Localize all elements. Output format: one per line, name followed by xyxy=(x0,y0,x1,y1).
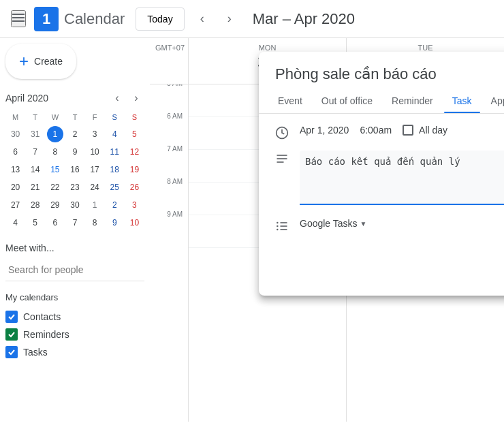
mini-cal-cell[interactable]: 29 xyxy=(47,197,63,213)
task-list-field: Google Tasks ▼ xyxy=(300,218,504,229)
description-row xyxy=(275,151,504,207)
tab-task[interactable]: Task xyxy=(444,89,480,113)
calendar-label-contacts: Contacts xyxy=(23,311,61,322)
svg-point-11 xyxy=(277,225,279,228)
tab-reminder[interactable]: Reminder xyxy=(383,89,441,113)
mini-cal-cell[interactable]: 31 xyxy=(27,126,44,142)
mini-next-btn[interactable]: › xyxy=(128,90,144,106)
allday-check: All day xyxy=(403,125,447,136)
mini-cal-cell[interactable]: 18 xyxy=(106,161,123,178)
mini-cal-cell[interactable]: 7 xyxy=(67,215,83,231)
mini-cal-cell[interactable]: 5 xyxy=(27,215,44,231)
mini-cal-cell[interactable]: 1 xyxy=(86,197,103,213)
mini-cal-cell[interactable]: 7 xyxy=(27,144,44,160)
next-arrow[interactable]: › xyxy=(217,7,242,31)
description-field-container xyxy=(300,151,504,207)
mini-cal-cell[interactable]: 17 xyxy=(86,161,103,178)
mini-cal-cell[interactable]: 20 xyxy=(7,179,24,195)
logo-number: 1 xyxy=(34,7,59,31)
calendar-item-contacts[interactable]: Contacts xyxy=(5,308,144,326)
svg-point-12 xyxy=(277,229,279,231)
mini-cal-cell[interactable]: 10 xyxy=(86,144,103,160)
calendar-check-reminders xyxy=(5,328,18,341)
mini-cal-title: April 2020 xyxy=(5,93,48,104)
mini-cal-grid: M T W T F S S 30 31 1 2 3 4 5 xyxy=(5,112,144,232)
app-logo: 1 Calendar xyxy=(34,7,125,31)
create-label: Create xyxy=(34,56,63,67)
task-list-row: Google Tasks ▼ xyxy=(275,218,504,233)
event-date[interactable]: Apr 1, 2020 xyxy=(300,125,349,136)
date-range: Mar – Apr 2020 xyxy=(253,10,355,28)
mini-cal-cell[interactable]: 26 xyxy=(126,179,142,195)
mini-cal-cell[interactable]: 4 xyxy=(106,126,123,142)
calendar-item-reminders[interactable]: Reminders xyxy=(5,326,144,343)
list-icon xyxy=(275,219,289,233)
mini-cal-cell[interactable]: 11 xyxy=(106,144,123,160)
mini-cal-cell[interactable]: 3 xyxy=(86,126,103,142)
task-list-selector[interactable]: Google Tasks ▼ xyxy=(300,218,504,229)
main-layout: + Create April 2020 ‹ › M T W T F S xyxy=(0,38,504,423)
mini-cal-cell[interactable]: 16 xyxy=(67,161,83,178)
mini-cal-cell[interactable]: 24 xyxy=(86,179,103,195)
prev-arrow[interactable]: ‹ xyxy=(190,7,215,31)
allday-checkbox[interactable] xyxy=(403,125,413,136)
dialog-body: Apr 1, 2020 6:00am All day xyxy=(259,114,504,255)
mini-cal-cell[interactable]: 30 xyxy=(67,197,83,213)
dropdown-arrow-icon: ▼ xyxy=(360,220,367,228)
mini-cal-cell[interactable]: 23 xyxy=(67,179,83,195)
mini-cal-cell[interactable]: 6 xyxy=(47,215,63,231)
mini-cal-cell[interactable]: 6 xyxy=(7,144,24,160)
dialog-tabs: Event Out of office Reminder Task Appoin… xyxy=(259,89,504,114)
calendar-item-tasks[interactable]: Tasks xyxy=(5,343,144,361)
mini-cal-cell[interactable]: 3 xyxy=(126,197,142,213)
mini-cal-cell[interactable]: 13 xyxy=(7,161,24,178)
description-input[interactable] xyxy=(300,151,504,205)
top-bar: 1 Calendar Today ‹ › Mar – Apr 2020 xyxy=(0,0,504,38)
mini-cal-cell[interactable]: 9 xyxy=(67,144,83,160)
tab-out-of-office[interactable]: Out of office xyxy=(313,89,381,113)
event-time[interactable]: 6:00am xyxy=(360,125,392,136)
mini-cal-cell[interactable]: 9 xyxy=(106,215,123,231)
mini-cal-cell[interactable]: 2 xyxy=(67,126,83,142)
mini-cal-cell[interactable]: 5 xyxy=(126,126,142,142)
menu-icon[interactable] xyxy=(11,10,26,27)
mini-cal-cell[interactable]: 12 xyxy=(126,144,142,160)
calendar-check-contacts xyxy=(5,311,18,323)
date-time-field: Apr 1, 2020 6:00am All day xyxy=(300,125,504,136)
dialog-overlay: × Phòng sale cần báo cáo Event Out of of… xyxy=(150,38,504,423)
allday-label: All day xyxy=(419,125,447,136)
mini-cal-cell[interactable]: 8 xyxy=(86,215,103,231)
mini-cal-cell[interactable]: 27 xyxy=(7,197,24,213)
nav-arrows: ‹ › xyxy=(190,7,242,31)
mini-cal-cell[interactable]: 4 xyxy=(7,215,24,231)
mini-cal-cell[interactable]: 8 xyxy=(47,144,63,160)
my-calendars-title: My calendars xyxy=(5,292,144,302)
dialog-title: Phòng sale cần báo cáo xyxy=(259,52,504,89)
create-button[interactable]: + Create xyxy=(5,44,76,79)
mini-cal-cell[interactable]: 28 xyxy=(27,197,44,213)
mini-calendar: April 2020 ‹ › M T W T F S S 30 xyxy=(5,90,144,232)
sidebar: + Create April 2020 ‹ › M T W T F S xyxy=(0,38,150,423)
tab-event[interactable]: Event xyxy=(270,89,311,113)
mini-cal-cell[interactable]: 30 xyxy=(7,126,24,142)
mini-cal-cell[interactable]: 2 xyxy=(106,197,123,213)
mini-cal-header: April 2020 ‹ › xyxy=(5,90,144,106)
search-people-input[interactable] xyxy=(5,259,144,281)
svg-rect-2 xyxy=(12,20,25,22)
mini-prev-btn[interactable]: ‹ xyxy=(109,90,125,106)
mini-cal-cell[interactable]: 10 xyxy=(126,215,142,231)
mini-cal-cell[interactable]: 15 xyxy=(47,161,63,178)
date-time-row: Apr 1, 2020 6:00am All day xyxy=(275,125,504,140)
mini-cal-cell-today[interactable]: 1 xyxy=(47,126,63,142)
svg-rect-0 xyxy=(12,14,25,15)
mini-cal-cell[interactable]: 25 xyxy=(106,179,123,195)
mini-cal-cell[interactable]: 14 xyxy=(27,161,44,178)
today-button[interactable]: Today xyxy=(136,7,184,31)
svg-rect-1 xyxy=(12,17,25,18)
tab-appointment-slots[interactable]: Appointment slots xyxy=(483,89,504,113)
event-dialog: × Phòng sale cần báo cáo Event Out of of… xyxy=(259,52,504,296)
mini-cal-cell[interactable]: 19 xyxy=(126,161,142,178)
mini-cal-cell[interactable]: 22 xyxy=(47,179,63,195)
mini-cal-cell[interactable]: 21 xyxy=(27,179,44,195)
task-list-name: Google Tasks xyxy=(300,218,358,229)
